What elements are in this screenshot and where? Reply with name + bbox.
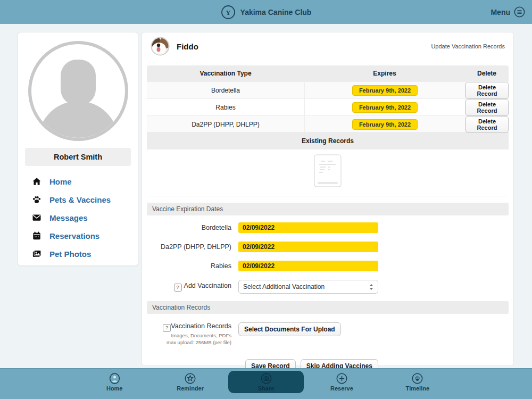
- expires-date-button[interactable]: February 9th, 2022: [352, 102, 418, 113]
- menu-label: Menu: [491, 8, 510, 16]
- section-header-vaccination-records: Vaccination Records: [147, 301, 509, 314]
- envelope-icon: [32, 213, 41, 222]
- column-header-type: Vaccination Type: [147, 65, 304, 81]
- menu-button[interactable]: Menu: [491, 0, 525, 24]
- tab-label: Share: [258, 385, 275, 392]
- vaccination-panel: Fiddo Update Vaccination Records Vaccina…: [142, 32, 514, 366]
- da2pp-date-input[interactable]: [238, 242, 378, 252]
- star-icon: [184, 372, 196, 385]
- sidebar-item-pets-vaccines[interactable]: Pets & Vaccines: [32, 195, 138, 204]
- profile-sidebar: Robert Smith Home Pets & Vaccines Messag…: [18, 32, 138, 266]
- tab-label: Reserve: [330, 385, 353, 392]
- vaccine-type: Bordetella: [147, 82, 304, 99]
- sidebar-item-label: Reservations: [49, 231, 99, 240]
- delete-record-button[interactable]: Delete Record: [466, 116, 509, 133]
- expires-date-button[interactable]: February 9th, 2022: [352, 85, 418, 96]
- tab-label: Home: [106, 385, 123, 392]
- update-vaccination-records-link[interactable]: Update Vaccination Records: [431, 43, 505, 49]
- rabies-date-input[interactable]: [238, 261, 378, 271]
- field-label-da2pp: Da2PP (DHPP, DHLPP): [142, 243, 231, 251]
- column-header-expires: Expires: [304, 65, 465, 81]
- sidebar-item-home[interactable]: Home: [32, 177, 138, 186]
- field-label-rabies: Rabies: [142, 262, 231, 270]
- svg-text:Y: Y: [226, 9, 231, 16]
- delete-record-button[interactable]: Delete Record: [466, 99, 509, 116]
- plus-icon: [336, 372, 348, 385]
- hamburger-icon: [514, 6, 525, 18]
- upload-hint-maxsize: max upload: 256MB (per file): [142, 339, 231, 346]
- tab-timeline[interactable]: Timeline: [380, 371, 455, 393]
- user-avatar: [28, 40, 129, 142]
- calendar-icon: [32, 231, 41, 240]
- app-title: Yakima Canine Club: [240, 8, 312, 16]
- stepper-icon: [369, 284, 373, 290]
- tab-share[interactable]: Share: [228, 371, 304, 393]
- paw-icon: [411, 372, 423, 385]
- select-documents-button[interactable]: Select Documents For Upload: [238, 322, 341, 336]
- select-value: Select Additional Vaccination: [243, 283, 369, 290]
- record-document-thumbnail[interactable]: [314, 154, 342, 187]
- help-icon[interactable]: ?: [163, 324, 171, 332]
- sidebar-item-label: Home: [49, 177, 72, 186]
- sidebar-item-label: Messages: [49, 213, 88, 222]
- club-logo-icon: Y: [221, 5, 236, 20]
- expiration-form: Bordetella Da2PP (DHPP, DHLPP) Rabies ?A…: [142, 222, 513, 294]
- section-header-expiration-dates: Vaccine Expiration Dates: [147, 203, 509, 215]
- upload-hint-filetypes: Images, Documents, PDFs: [142, 332, 231, 339]
- upload-label-block: ?Vaccination Records Images, Documents, …: [142, 322, 231, 346]
- tab-label: Reminder: [177, 385, 204, 392]
- tab-reserve[interactable]: Reserve: [304, 371, 379, 393]
- pet-name: Fiddo: [177, 42, 198, 51]
- sidebar-item-reservations[interactable]: Reservations: [32, 231, 138, 240]
- tab-label: Timeline: [406, 385, 429, 392]
- tab-reminder[interactable]: Reminder: [152, 371, 228, 393]
- bordetella-date-input[interactable]: [238, 222, 378, 233]
- vaccination-table: Vaccination Type Expires Delete Bordetel…: [147, 65, 509, 196]
- tab-home[interactable]: Home: [77, 371, 152, 393]
- user-icon: [109, 372, 121, 385]
- field-label-bordetella: Bordetella: [142, 224, 231, 231]
- user-name: Robert Smith: [25, 148, 131, 166]
- sidebar-item-label: Pets & Vaccines: [49, 195, 111, 204]
- home-icon: [32, 177, 41, 186]
- table-row: Da2PP (DHPP, DHLPP) February 9th, 2022 D…: [147, 115, 509, 132]
- existing-records-area: [147, 149, 509, 196]
- vaccine-type: Da2PP (DHPP, DHLPP): [147, 116, 304, 133]
- pet-header: Fiddo Update Vaccination Records: [142, 32, 513, 60]
- app-title-group: Y Yakima Canine Club: [0, 0, 532, 24]
- upload-form-row: ?Vaccination Records Images, Documents, …: [142, 322, 513, 346]
- photo-icon: [32, 249, 41, 259]
- additional-vaccination-select[interactable]: Select Additional Vaccination: [238, 280, 378, 294]
- top-app-bar: Y Yakima Canine Club Menu: [0, 0, 532, 24]
- table-row: Bordetella February 9th, 2022 Delete Rec…: [147, 81, 509, 98]
- camera-icon: [260, 372, 272, 385]
- bottom-tab-bar: Home Reminder Share Reserve Timeline: [0, 368, 532, 399]
- existing-records-header: Existing Records: [147, 132, 509, 149]
- upload-label: Vaccination Records: [171, 322, 231, 330]
- delete-record-button[interactable]: Delete Record: [466, 82, 509, 99]
- column-header-delete: Delete: [465, 65, 509, 81]
- table-header-row: Vaccination Type Expires Delete: [147, 65, 509, 81]
- sidebar-item-pet-photos[interactable]: Pet Photos: [32, 249, 138, 259]
- sidebar-item-label: Pet Photos: [49, 250, 91, 259]
- paw-icon: [32, 195, 41, 204]
- sidebar-item-messages[interactable]: Messages: [32, 213, 138, 222]
- table-row: Rabies February 9th, 2022 Delete Record: [147, 98, 509, 115]
- pet-avatar: [151, 37, 170, 56]
- help-icon[interactable]: ?: [174, 284, 182, 292]
- expires-date-button[interactable]: February 9th, 2022: [352, 119, 418, 130]
- field-label-add-vaccination: ?Add Vaccination: [142, 282, 231, 292]
- sidebar-nav: Home Pets & Vaccines Messages: [32, 177, 138, 259]
- vaccine-type: Rabies: [147, 99, 304, 116]
